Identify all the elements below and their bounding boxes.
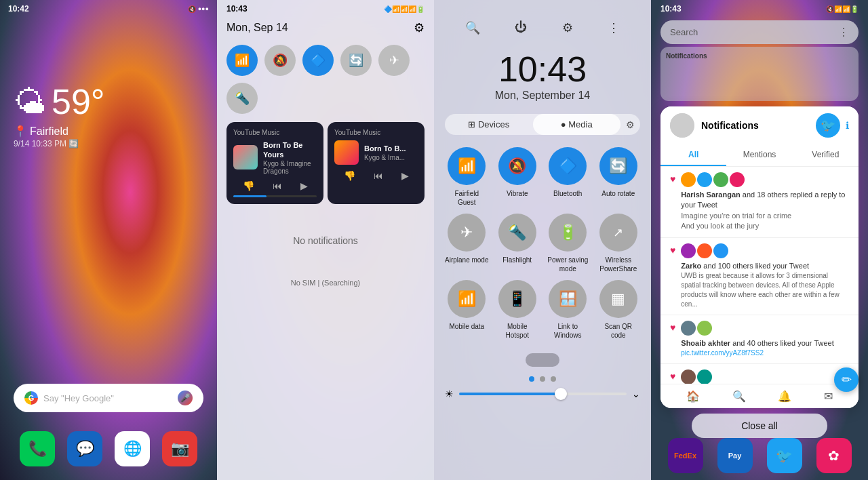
- tile-link-windows[interactable]: 🪟 Link to Windows: [546, 280, 590, 340]
- recents-more-icon[interactable]: ⋮: [838, 26, 849, 39]
- qs-more-icon[interactable]: ⋮: [608, 20, 620, 35]
- tab-verified[interactable]: Verified: [793, 144, 859, 166]
- tile-scan-qr[interactable]: ▦ Scan QR code: [597, 280, 641, 340]
- voice-search-icon[interactable]: 🎤: [178, 391, 193, 405]
- play-icon-2[interactable]: ▶: [401, 170, 409, 181]
- close-all-button[interactable]: Close all: [692, 414, 827, 438]
- qs-power-icon[interactable]: ⏻: [515, 20, 527, 35]
- qs-settings-small[interactable]: ⚙: [620, 114, 640, 135]
- toggle-flashlight[interactable]: 🔦: [226, 83, 258, 114]
- qs-search-icon[interactable]: 🔍: [465, 20, 480, 35]
- tab-media[interactable]: ● Media: [533, 114, 621, 135]
- notif-zarko[interactable]: ♥ Zarko and 100 others liked your Tweet …: [660, 238, 859, 315]
- page-dot-2: [540, 376, 545, 382]
- phone-app-icon[interactable]: 📞: [20, 431, 55, 466]
- google-search-bar[interactable]: G Say "Hey Google" 🎤: [14, 384, 203, 412]
- fedex-app-icon[interactable]: FedEx: [668, 438, 703, 473]
- notif-shoaib-content: Shoaib akhter and 40 others liked your T…: [681, 321, 849, 358]
- home-screen: 10:42 🔇 ●●● 🌤 59° 📍 Fairfield 9/14 10:33…: [0, 0, 217, 480]
- qs-settings-icon[interactable]: ⚙: [562, 20, 573, 35]
- google-logo: G: [24, 391, 38, 405]
- tile-flashlight[interactable]: 🔦 Flashlight: [496, 214, 540, 273]
- toggle-data[interactable]: 🔄: [340, 45, 372, 76]
- airplane-tile-icon: ✈: [448, 214, 486, 252]
- music-card-1[interactable]: YouTube Music Born To Be Yours Kygo & Im…: [226, 122, 323, 204]
- notif-shoaib-text: Shoaib akhter and 40 others liked your T…: [681, 338, 849, 348]
- twitter-app-card[interactable]: Notifications 🐦 ℹ All Mentions Verified …: [660, 106, 859, 408]
- chrome-app-icon[interactable]: 🌐: [115, 431, 150, 466]
- auto-rotate-tile-icon: 🔄: [599, 147, 637, 185]
- location-name: Fairfield: [30, 125, 68, 138]
- prev-track-icon-2[interactable]: ⏮: [374, 170, 383, 181]
- tile-vibrate[interactable]: 🔕 Vibrate: [496, 147, 540, 207]
- tab-devices[interactable]: ⊞ Devices: [445, 114, 533, 135]
- play-icon[interactable]: ▶: [300, 180, 308, 191]
- home-gesture-bar[interactable]: [526, 353, 559, 367]
- twitter-notifications-list: ♥ Harish Sarangan and 18 others replied …: [660, 167, 859, 384]
- notif-harish-detail2: And you look at the jury: [681, 221, 849, 231]
- bluetooth-tile-label: Bluetooth: [553, 189, 582, 198]
- weather-icon: 🌤: [14, 83, 46, 121]
- tab-all[interactable]: All: [660, 144, 726, 166]
- music-card-2[interactable]: YouTube Music Born To B... Kygo & Ima...…: [328, 122, 425, 204]
- vibrate-tile-icon: 🔕: [498, 147, 536, 185]
- tile-auto-rotate[interactable]: 🔄 Auto rotate: [597, 147, 641, 207]
- track-artist-2: Kygo & Ima...: [364, 154, 406, 161]
- twitter-home-icon[interactable]: 🏠: [686, 390, 700, 403]
- recents-status-bar: 10:43 🔇📶📶🔋: [651, 0, 868, 18]
- location-row: 📍 Fairfield: [14, 125, 105, 138]
- notif-shoaib[interactable]: ♥ Shoaib akhter and 40 others liked your…: [660, 315, 859, 364]
- flashlight-tile-icon: 🔦: [498, 214, 536, 252]
- qs-media-tabs: ⊞ Devices ● Media ⚙: [445, 114, 640, 135]
- home-datetime: 9/14 10:33 PM 🔄: [14, 139, 105, 148]
- weather-widget: 🌤 59° 📍 Fairfield 9/14 10:33 PM 🔄: [14, 81, 105, 148]
- settings-icon[interactable]: ⚙: [414, 20, 425, 35]
- avatar-4: [730, 172, 745, 187]
- quick-toggles: 📶 🔕 🔷 🔄 ✈ 🔦: [217, 41, 434, 118]
- bluetooth-tile-icon: 🔷: [549, 147, 587, 185]
- brightness-expand-icon[interactable]: ⌄: [632, 388, 640, 399]
- notif-ashik[interactable]: ♥ Ashik and 95 others liked your Tweet p…: [660, 364, 859, 384]
- toggle-bluetooth[interactable]: 🔷: [302, 45, 334, 76]
- qs-date: Mon, September 14: [441, 89, 644, 102]
- twitter-search-icon[interactable]: 🔍: [732, 390, 746, 403]
- app-dock: 📞 💬 🌐 📷: [14, 431, 203, 466]
- prev-track-icon[interactable]: ⏮: [273, 180, 282, 191]
- tile-mobile-data[interactable]: 📶 Mobile data: [445, 280, 489, 340]
- page-dot-3: [551, 376, 556, 382]
- twitter-card-settings-icon[interactable]: ℹ: [846, 120, 849, 131]
- toggle-wifi[interactable]: 📶: [226, 45, 258, 76]
- tile-airplane[interactable]: ✈ Airplane mode: [445, 214, 489, 273]
- tile-wireless-powershare[interactable]: ↗ Wireless PowerShare: [597, 214, 641, 273]
- notif-harish-text: Harish Sarangan and 18 others replied a …: [681, 190, 849, 211]
- pay-app-icon[interactable]: Pay: [717, 438, 753, 473]
- toggle-vibrate[interactable]: 🔕: [264, 45, 296, 76]
- tile-bluetooth[interactable]: 🔷 Bluetooth: [546, 147, 590, 207]
- twitter-notif-icon[interactable]: 🔔: [778, 390, 791, 403]
- toggle-airplane[interactable]: ✈: [378, 45, 410, 76]
- twitter-notification-tabs: All Mentions Verified: [660, 144, 859, 167]
- twitter-user-avatar: [670, 113, 694, 138]
- track-artist-1: Kygo & Imagine Dragons: [263, 160, 317, 175]
- wireless-powershare-tile-label: Wireless PowerShare: [597, 256, 641, 273]
- pink-app-icon[interactable]: ✿: [816, 438, 852, 473]
- twitter-mail-icon[interactable]: ✉: [824, 390, 833, 403]
- twitter-app-icon[interactable]: 🐦: [767, 438, 802, 473]
- background-app-card[interactable]: Notifications: [660, 47, 859, 101]
- scan-qr-tile-label: Scan QR code: [597, 322, 641, 340]
- brightness-slider[interactable]: [459, 393, 627, 395]
- music-thumbnail-2: [334, 140, 359, 165]
- tile-mobile-hotspot[interactable]: 📱 Mobile Hotspot: [496, 280, 540, 340]
- notif-shoaib-detail: pic.twitter.com/yyAZ8f7SS2: [681, 348, 849, 358]
- twitter-compose-fab[interactable]: ✏: [834, 367, 859, 392]
- tile-fairfield-guest[interactable]: 📶 Fairfield Guest: [445, 147, 489, 207]
- chat-app-icon[interactable]: 💬: [67, 431, 102, 466]
- tile-power-saving[interactable]: 🔋 Power saving mode: [546, 214, 590, 273]
- thumbsdown-icon[interactable]: 👎: [243, 180, 254, 191]
- recents-search-bar[interactable]: Search ⋮: [660, 20, 859, 44]
- notif-harish[interactable]: ♥ Harish Sarangan and 18 others replied …: [660, 167, 859, 238]
- tab-mentions[interactable]: Mentions: [726, 144, 792, 166]
- thumbsdown-icon-2[interactable]: 👎: [344, 170, 355, 181]
- recents-time: 10:43: [660, 4, 682, 14]
- camera-app-icon[interactable]: 📷: [162, 431, 197, 466]
